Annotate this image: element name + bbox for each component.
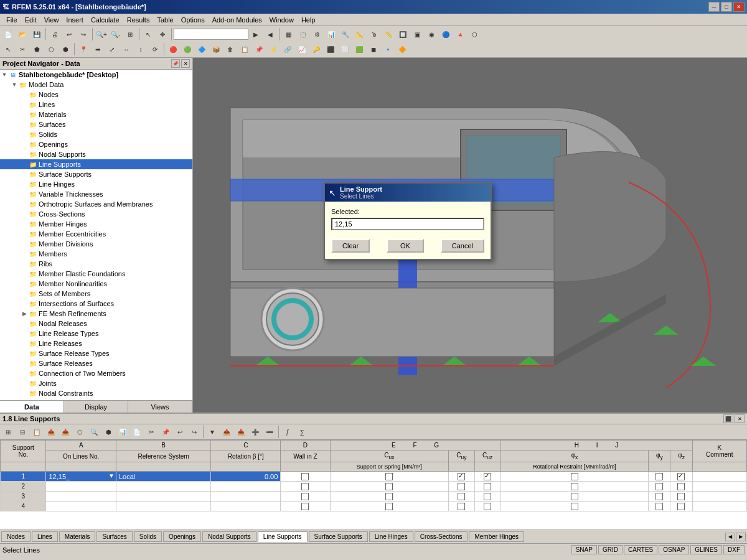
line-support-dialog[interactable]: ↖ Line Support Select Lines Selected: Cl… — [324, 182, 492, 260]
cb-cux-4[interactable] — [385, 503, 393, 510]
tree-item-nodes[interactable]: 📁Nodes — [0, 90, 192, 100]
bp-formula-btn[interactable]: ƒ — [281, 425, 294, 439]
tree-item-openings[interactable]: 📁Openings — [0, 139, 192, 149]
cell-phiy-3[interactable] — [649, 492, 670, 502]
move-button[interactable]: ✥ — [156, 27, 169, 41]
bp-del-btn[interactable]: ➖ — [263, 425, 276, 439]
bp-tb-11[interactable]: ✂ — [144, 425, 158, 439]
bp-tb-12[interactable]: 📌 — [159, 425, 172, 439]
print-button[interactable]: 🖨 — [48, 27, 62, 41]
redo-button[interactable]: ↪ — [77, 27, 90, 41]
bp-close-button[interactable]: ✕ — [735, 414, 745, 423]
dialog-clear-button[interactable]: Clear — [331, 239, 370, 253]
tb2-25[interactable]: 🟩 — [352, 42, 366, 56]
bp-float-button[interactable]: ⬛ — [723, 414, 733, 423]
tb2-22[interactable]: 🔑 — [309, 42, 323, 56]
tree-item-surfaces[interactable]: 📁Surfaces — [0, 119, 192, 129]
tb2-2[interactable]: ✂ — [16, 42, 29, 56]
nav-pin-button[interactable]: 📌 — [171, 59, 180, 68]
tree-item-surface-releases[interactable]: 📁Surface Releases — [0, 358, 192, 368]
cell-cuy-1[interactable] — [448, 472, 474, 482]
tab-cross-sections[interactable]: Cross-Sections — [415, 531, 468, 542]
zoom-in-button[interactable]: 🔍+ — [95, 27, 108, 41]
cb-cuz-3[interactable] — [484, 493, 491, 500]
cb-cuy-3[interactable] — [458, 493, 465, 500]
cb-phiz-1[interactable] — [677, 473, 685, 480]
dialog-ok-button[interactable]: OK — [387, 239, 424, 253]
menu-view[interactable]: View — [40, 15, 63, 25]
cell-phiy-1[interactable] — [649, 472, 670, 482]
cell-refsys-3[interactable] — [116, 492, 210, 502]
tab-line-hinges[interactable]: Line Hinges — [369, 531, 413, 542]
bp-tb-1[interactable]: ⊞ — [1, 425, 15, 439]
tb2-18[interactable]: 📌 — [252, 42, 266, 56]
tree-item-fe-mesh[interactable]: ▶📁FE Mesh Refinements — [0, 309, 192, 319]
cell-refsys-4[interactable] — [116, 502, 210, 511]
new-button[interactable]: 📄 — [1, 27, 15, 41]
bp-tb-8[interactable]: ⬢ — [101, 425, 115, 439]
cell-phiy-2[interactable] — [649, 482, 670, 492]
tab-prev-button[interactable]: ◀ — [725, 533, 735, 541]
cb-cuy-1[interactable] — [458, 473, 465, 480]
tree-item-joints[interactable]: 📁Joints — [0, 378, 192, 388]
cell-comment-1[interactable] — [692, 472, 746, 482]
cb-phiz-3[interactable] — [677, 493, 685, 500]
zoom-out-button[interactable]: 🔍- — [109, 27, 123, 41]
status-grid[interactable]: GRID — [598, 545, 622, 554]
tb2-16[interactable]: 🗑 — [223, 42, 237, 56]
render-button[interactable]: ▦ — [281, 27, 295, 41]
tree-item-cross-sections[interactable]: 📁Cross-Sections — [0, 209, 192, 219]
nav-tab-views[interactable]: Views — [128, 401, 192, 413]
bp-tb-9[interactable]: 📊 — [116, 425, 129, 439]
tb2-4[interactable]: ⬡ — [44, 42, 58, 56]
tree-item-line-supports[interactable]: 📁Line Supports — [0, 159, 192, 169]
tree-item-model-data[interactable]: ▼📁Model Data — [0, 80, 192, 90]
cell-cuz-2[interactable] — [474, 482, 500, 492]
cell-rotation-3[interactable] — [211, 492, 281, 502]
cb-phix-4[interactable] — [571, 503, 578, 510]
dialog-selected-input[interactable] — [331, 218, 484, 230]
cell-phiy-4[interactable] — [649, 502, 670, 511]
minimize-button[interactable]: ─ — [708, 2, 720, 12]
tb-more5[interactable]: 🖱 — [367, 27, 381, 41]
tb2-20[interactable]: 🔗 — [281, 42, 294, 56]
cell-phiz-4[interactable] — [670, 502, 692, 511]
cell-cux-3[interactable] — [330, 492, 448, 502]
tree-item-member-hinges[interactable]: 📁Member Hinges — [0, 219, 192, 229]
table-row-3[interactable]: 3 — [1, 492, 747, 502]
menu-addon[interactable]: Add-on Modules — [209, 15, 266, 25]
tree-item-members[interactable]: 📁Members — [0, 249, 192, 259]
menu-calculate[interactable]: Calculate — [87, 15, 123, 25]
tab-openings[interactable]: Openings — [163, 531, 201, 542]
table-row-2[interactable]: 2 — [1, 482, 747, 492]
search-input[interactable] — [174, 29, 248, 40]
tree-item-connection-two-members[interactable]: 📁Connection of Two Members — [0, 368, 192, 378]
cb-phiz-2[interactable] — [677, 483, 685, 490]
tb2-9[interactable]: ↔ — [120, 42, 133, 56]
cb-phiy-3[interactable] — [655, 493, 663, 500]
back-button[interactable]: ◀ — [263, 27, 277, 41]
status-glines[interactable]: GLINES — [690, 545, 722, 554]
tree-item-orthotropic[interactable]: 📁Orthotropic Surfaces and Membranes — [0, 199, 192, 209]
cell-cuy-4[interactable] — [448, 502, 474, 511]
cb-cux-2[interactable] — [385, 483, 393, 490]
tree-item-sets-of-members[interactable]: 📁Sets of Members — [0, 289, 192, 299]
cell-cux-2[interactable] — [330, 482, 448, 492]
tb-more9[interactable]: ◉ — [425, 27, 438, 41]
cell-refsys-2[interactable] — [116, 482, 210, 492]
tree-item-solids[interactable]: 📁Solids — [0, 129, 192, 139]
tree-item-nodal-constraints[interactable]: 📁Nodal Constraints — [0, 388, 192, 398]
tab-surface-supports[interactable]: Surface Supports — [309, 531, 368, 542]
cb-cuy-4[interactable] — [458, 503, 465, 510]
cell-cuz-4[interactable] — [474, 502, 500, 511]
tb2-21[interactable]: 📈 — [295, 42, 309, 56]
cell-rotation-4[interactable] — [211, 502, 281, 511]
tree-item-member-divisions[interactable]: 📁Member Divisions — [0, 239, 192, 249]
tab-solids[interactable]: Solids — [134, 531, 162, 542]
tab-lines[interactable]: Lines — [32, 531, 58, 542]
cell-cux-4[interactable] — [330, 502, 448, 511]
tb-more8[interactable]: ▣ — [410, 27, 424, 41]
dialog-cancel-button[interactable]: Cancel — [441, 239, 484, 253]
tb2-7[interactable]: ➡ — [91, 42, 105, 56]
cell-rotation-1[interactable]: 0.00 — [211, 472, 281, 482]
